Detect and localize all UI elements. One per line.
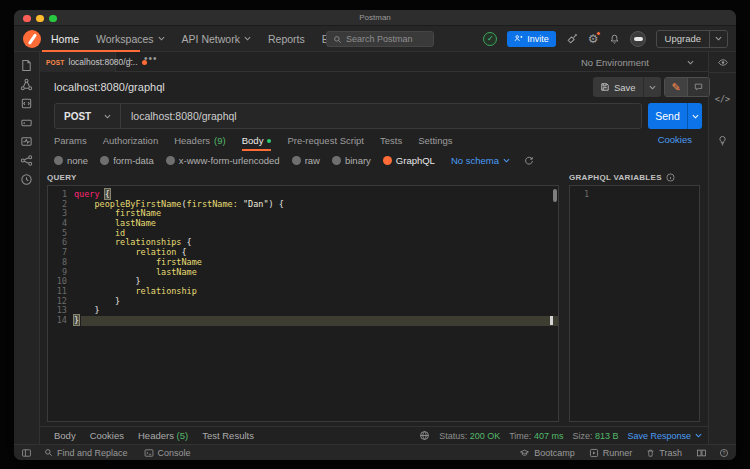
rail-divider: [709, 72, 736, 73]
runner-button[interactable]: Runner: [589, 448, 633, 458]
history-icon[interactable]: [20, 173, 33, 186]
graphql-query-editor[interactable]: 1query {2 peopleByFirstName(firstName: "…: [47, 185, 559, 422]
info-icon: [666, 173, 675, 182]
send-options-chevron[interactable]: [687, 103, 702, 129]
postman-window: Postman Home Workspaces API Network Repo…: [14, 10, 736, 460]
postman-logo[interactable]: [23, 30, 41, 48]
toggle-sidebar-icon[interactable]: [21, 448, 32, 458]
tab-options-icon[interactable]: •••: [144, 53, 158, 64]
response-tab-headers[interactable]: Headers (5): [138, 430, 188, 441]
cookies-link[interactable]: Cookies: [658, 134, 692, 145]
body-type-raw[interactable]: raw: [292, 155, 320, 166]
save-options-chevron[interactable]: [643, 77, 661, 97]
tab-authorization[interactable]: Authorization: [103, 130, 158, 151]
code-snippet-icon[interactable]: </>: [709, 94, 736, 104]
notification-dot: [596, 31, 601, 36]
user-avatar[interactable]: [630, 31, 646, 47]
nav-api-network[interactable]: API Network: [182, 33, 251, 45]
schema-select[interactable]: No schema: [451, 155, 510, 166]
refresh-schema-icon[interactable]: [524, 156, 534, 166]
nav-home[interactable]: Home: [51, 33, 79, 45]
line-number: 14: [48, 316, 74, 326]
sync-status-icon[interactable]: ✓: [483, 32, 497, 46]
upgrade-button[interactable]: Upgrade: [656, 30, 728, 48]
open-request-tab[interactable]: POST localhost:8080/g...: [40, 52, 116, 72]
find-and-replace-button[interactable]: Find and Replace: [44, 448, 128, 458]
body-type-none[interactable]: none: [54, 155, 88, 166]
environment-selector[interactable]: No Environment: [581, 52, 694, 72]
body-type-form-data[interactable]: form-data: [100, 155, 154, 166]
editor-scrollbar[interactable]: [553, 189, 557, 202]
radio-icon: [54, 156, 63, 165]
nav-workspaces[interactable]: Workspaces: [96, 33, 165, 45]
status-footer: Find and Replace Console Bootcamp Runner…: [14, 444, 736, 460]
radio-icon: [292, 156, 301, 165]
tab-pre-request-script[interactable]: Pre-request Script: [287, 130, 364, 151]
trash-icon: [646, 448, 655, 458]
two-pane-view-icon[interactable]: [696, 448, 707, 458]
monitors-icon[interactable]: [20, 135, 33, 148]
response-tab-cookies[interactable]: Cookies: [90, 430, 124, 441]
mock-servers-icon[interactable]: [20, 116, 33, 129]
nav-reports[interactable]: Reports: [268, 33, 305, 45]
graduation-cap-icon: [519, 448, 530, 458]
search-icon: [333, 35, 342, 44]
console-button[interactable]: Console: [144, 448, 191, 458]
upgrade-chevron[interactable]: [709, 31, 727, 47]
search-input[interactable]: Search Postman: [326, 31, 434, 47]
graphql-variables-editor[interactable]: 1: [569, 185, 700, 422]
code-line[interactable]: 14}: [48, 316, 558, 326]
save-response-button[interactable]: Save Response: [627, 431, 702, 441]
edit-pencil-icon[interactable]: ✎: [665, 78, 687, 96]
chevron-down-icon: [503, 158, 510, 163]
url-input[interactable]: localhost:8080/graphql: [121, 104, 641, 128]
code-line[interactable]: 13 }: [48, 306, 558, 316]
chevron-down-icon: [687, 60, 694, 65]
tab-headers[interactable]: Headers(9): [174, 130, 226, 151]
body-has-content-dot: [267, 139, 271, 143]
send-button[interactable]: Send: [648, 103, 702, 129]
tab-body[interactable]: Body: [242, 130, 272, 151]
bootcamp-button[interactable]: Bootcamp: [519, 448, 575, 458]
method-select[interactable]: POST: [55, 104, 121, 128]
apis-icon[interactable]: [20, 78, 33, 91]
code-line[interactable]: 11 relationship: [48, 287, 558, 297]
body-type-x-www-form-urlencoded[interactable]: x-www-form-urlencoded: [166, 155, 280, 166]
desktop: Postman Home Workspaces API Network Repo…: [0, 0, 750, 469]
request-name[interactable]: localhost:8080/graphql: [54, 81, 165, 93]
collections-icon[interactable]: [20, 59, 33, 72]
variables-panel-label: GRAPHQL VARIABLES: [569, 173, 675, 182]
chevron-down-icon: [244, 36, 251, 41]
line-number: 2: [48, 200, 74, 210]
tab-params[interactable]: Params: [54, 130, 87, 151]
capture-requests-icon[interactable]: [566, 33, 578, 45]
status-value: 200 OK: [470, 431, 501, 441]
body-type-binary[interactable]: binary: [332, 155, 371, 166]
body-type-graphql[interactable]: GraphQL: [383, 155, 435, 166]
environments-icon[interactable]: [20, 97, 33, 110]
window-title: Postman: [14, 13, 736, 22]
flows-icon[interactable]: [20, 154, 33, 167]
search-placeholder: Search Postman: [346, 34, 413, 44]
lightbulb-docs-icon[interactable]: [709, 134, 736, 147]
notifications-bell-icon[interactable]: [609, 33, 620, 45]
settings-gear-icon[interactable]: ⚙: [588, 33, 599, 45]
request-name-row: localhost:8080/graphql Save ✎: [40, 72, 708, 102]
new-tab-button[interactable]: +: [126, 54, 133, 68]
tab-tests[interactable]: Tests: [380, 130, 402, 151]
status-item: Status: 200 OK: [439, 431, 500, 441]
help-icon[interactable]: ?: [719, 448, 729, 458]
trash-button[interactable]: Trash: [646, 448, 682, 458]
comments-icon[interactable]: [687, 78, 709, 96]
response-tab-test-results[interactable]: Test Results: [202, 430, 254, 441]
code-line[interactable]: 12 }: [48, 297, 558, 307]
response-tab-body[interactable]: Body: [54, 430, 76, 441]
save-button[interactable]: Save: [593, 77, 661, 97]
request-config-tabs: Params Authorization Headers(9) Body Pre…: [40, 130, 708, 151]
environment-quick-look-eye-icon[interactable]: [709, 57, 736, 72]
main-nav: Home Workspaces API Network Reports Expl…: [51, 26, 357, 51]
edit-comment-group: ✎: [664, 77, 710, 97]
chevron-down-icon: [695, 433, 702, 438]
tab-settings[interactable]: Settings: [418, 130, 452, 151]
invite-button[interactable]: Invite: [507, 31, 556, 47]
